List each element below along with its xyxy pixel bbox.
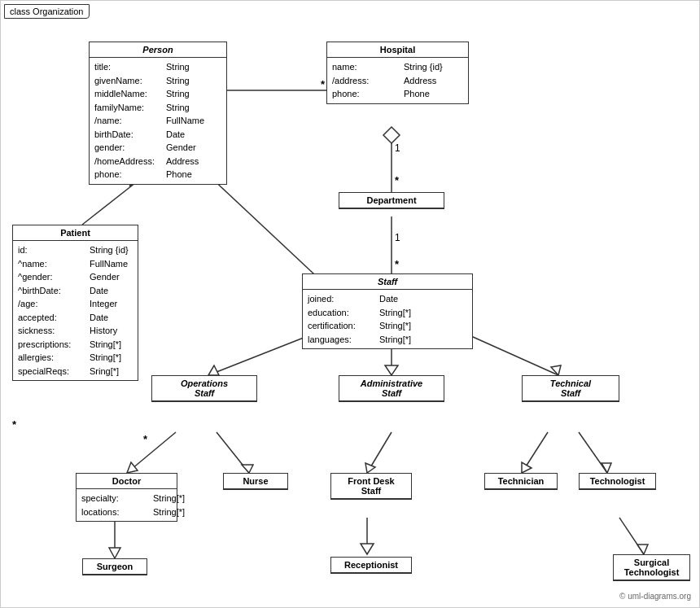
diagram-container: class Organization * * 1 * 1 * [0,0,700,608]
front-desk-staff-name: Front DeskStaff [331,474,411,499]
svg-marker-27 [522,462,532,473]
class-surgeon: Surgeon [82,558,147,575]
svg-marker-4 [383,127,400,143]
svg-text:*: * [12,418,17,431]
class-technical-staff: TechnicalStaff [522,375,619,402]
svg-marker-33 [361,544,374,554]
svg-marker-23 [242,465,253,473]
class-front-desk-staff: Front DeskStaff [330,473,412,500]
watermark: © uml-diagrams.org [619,592,691,601]
svg-marker-31 [109,548,120,558]
svg-text:*: * [321,78,326,90]
department-name: Department [339,193,444,208]
svg-marker-35 [637,545,648,554]
svg-line-34 [619,518,644,554]
receptionist-name: Receptionist [331,558,411,573]
svg-line-26 [522,432,548,473]
operations-staff-name: OperationsStaff [152,376,256,401]
svg-line-10 [82,180,139,225]
staff-attrs: joined:Date education:String[*] certific… [303,290,472,348]
technician-name: Technician [485,474,557,489]
class-person: Person title:String givenName:String mid… [89,42,227,185]
technologist-name: Technologist [580,474,655,489]
class-hospital: Hospital name:String {id} /address:Addre… [326,42,469,104]
surgeon-name: Surgeon [83,559,147,575]
svg-text:1: 1 [395,232,400,243]
class-nurse: Nurse [223,473,288,490]
svg-marker-25 [365,463,375,473]
svg-line-20 [127,432,176,473]
class-department: Department [339,192,444,209]
class-technologist: Technologist [579,473,656,490]
svg-marker-15 [208,365,219,375]
class-technician: Technician [484,473,558,490]
class-receptionist: Receptionist [330,557,412,574]
svg-marker-29 [602,463,611,473]
doctor-attrs: specialty:String[*] locations:String[*] [77,489,177,521]
person-attrs: title:String givenName:String middleName… [90,58,226,184]
class-surgical-technologist: SurgicalTechnologist [613,554,690,581]
technical-staff-name: TechnicalStaff [523,376,619,401]
patient-name: Patient [13,225,138,241]
class-patient: Patient id:String {id} ^name:FullName ^g… [12,225,138,381]
class-operations-staff: OperationsStaff [151,375,257,402]
class-doctor: Doctor specialty:String[*] locations:Str… [76,473,177,522]
diagram-title: class Organization [4,4,90,19]
svg-text:*: * [143,433,148,445]
class-staff: Staff joined:Date education:String[*] ce… [302,273,473,349]
svg-marker-19 [551,365,561,375]
svg-text:*: * [395,258,400,270]
hospital-attrs: name:String {id} /address:Address phone:… [327,58,468,103]
class-administrative-staff: AdministrativeStaff [339,375,444,402]
patient-attrs: id:String {id} ^name:FullName ^gender:Ge… [13,241,138,380]
nurse-name: Nurse [224,474,287,489]
administrative-staff-name: AdministrativeStaff [339,376,444,401]
svg-line-24 [367,432,392,473]
svg-line-28 [579,432,607,473]
staff-name: Staff [303,274,472,290]
person-name: Person [90,42,226,58]
svg-line-22 [217,432,249,473]
hospital-name: Hospital [327,42,468,58]
svg-text:1: 1 [395,142,400,154]
svg-marker-21 [127,462,138,473]
surgical-technologist-name: SurgicalTechnologist [614,555,689,580]
svg-marker-17 [385,365,398,375]
svg-text:*: * [395,174,400,186]
doctor-name: Doctor [77,474,177,489]
